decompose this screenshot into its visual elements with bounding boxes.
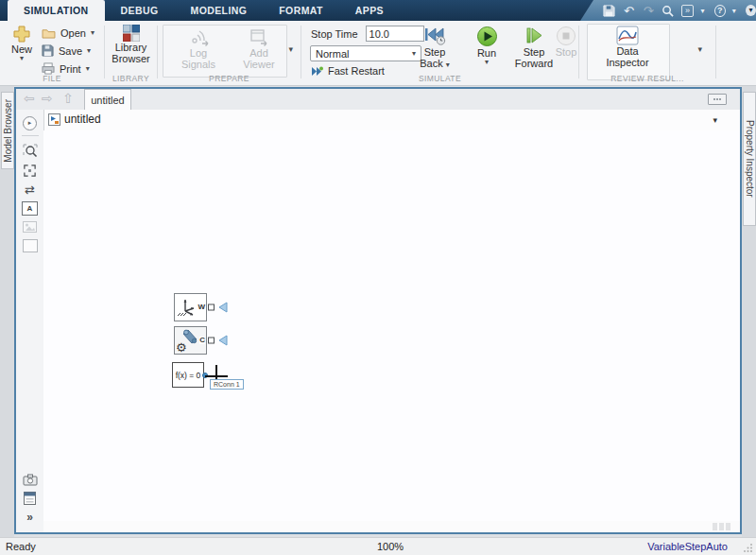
tab-debug[interactable]: DEBUG [105, 0, 175, 21]
area-box-icon [23, 239, 38, 252]
tab-apps[interactable]: APPS [339, 0, 400, 21]
group-divider [715, 26, 716, 78]
run-dropdown-icon[interactable]: ▾ [485, 59, 489, 66]
step-back-button[interactable]: Step Back ▾ [413, 26, 456, 69]
data-inspector-button[interactable]: Data Inspector [598, 26, 657, 68]
undo-icon[interactable]: ↶ [623, 4, 636, 18]
sim-mode-value: Normal [316, 48, 349, 60]
step-back-label: Step Back ▾ [415, 46, 455, 69]
sim-mode-select[interactable]: Normal ▾ [310, 45, 421, 61]
search-icon[interactable] [662, 4, 675, 18]
log-signals-label: Log Signals [177, 47, 220, 70]
breadcrumb-label: untitled [64, 113, 101, 126]
tab-simulation[interactable]: SIMULATION [8, 0, 105, 21]
log-signals-button[interactable]: Log Signals [175, 28, 222, 70]
new-button[interactable]: New ▾ [6, 25, 38, 62]
data-inspector-icon [616, 26, 639, 45]
open-dropdown-icon[interactable]: ▾ [91, 29, 94, 37]
nav-up-icon[interactable]: ⇧ [62, 91, 74, 106]
breadcrumb-bar: untitled ▾ [43, 110, 740, 131]
model-canvas[interactable]: W ⚙ C [43, 130, 740, 521]
scrollbar-grip[interactable] [713, 523, 730, 530]
open-label: Open [60, 27, 86, 39]
gear-icon: ⚙ [176, 341, 187, 354]
palette-divider [22, 135, 39, 136]
area-box-button[interactable] [21, 236, 40, 255]
data-inspector-label: Data Inspector [600, 45, 655, 68]
annotation-icon: A [22, 201, 38, 216]
zoom-icon [23, 144, 38, 159]
world-frame-block[interactable]: W [174, 293, 207, 321]
save-button[interactable]: Save ▾ [42, 42, 94, 60]
breadcrumb-dropdown-icon[interactable]: ▾ [713, 115, 717, 125]
add-viewer-button[interactable]: Add Viewer [235, 28, 283, 70]
save-dropdown-icon[interactable]: ▾ [87, 47, 91, 55]
step-forward-button[interactable]: Step Forward [511, 26, 557, 69]
step-forward-label: Step Forward [512, 46, 556, 69]
tab-modeling[interactable]: MODELING [174, 0, 263, 21]
open-button[interactable]: Open ▾ [42, 24, 94, 42]
group-label-file: FILE [0, 74, 104, 83]
save-icon[interactable] [603, 4, 616, 18]
zoom-tool-button[interactable] [21, 142, 40, 161]
property-inspector-tab[interactable]: Property Inspector [743, 92, 756, 226]
tab-format[interactable]: FORMAT [263, 0, 339, 21]
solver-configuration-block[interactable]: f(x) = 0 [172, 362, 204, 388]
nav-forward-icon[interactable]: ⇨ [42, 91, 53, 106]
mechanism-configuration-block[interactable]: ⚙ C [174, 326, 207, 355]
nav-back-icon[interactable]: ⇦ [24, 91, 35, 106]
step-back-dropdown-icon[interactable]: ▾ [446, 61, 450, 69]
viewmark-button[interactable] [21, 489, 40, 508]
solver-indicator[interactable]: VariableStepAuto [647, 541, 728, 552]
screenshot-button[interactable] [21, 470, 40, 489]
group-simulate: Stop Time Normal ▾ Fast Restart [301, 21, 578, 85]
folder-icon [42, 27, 56, 39]
group-file: New ▾ Open ▾ Save ▾ Print ▾ [0, 21, 104, 85]
prepare-dropdown-icon[interactable]: ▾ [288, 45, 293, 53]
run-button[interactable]: Run ▾ [468, 26, 506, 66]
help-icon[interactable]: ? [714, 5, 726, 17]
print-dropdown-icon[interactable]: ▾ [86, 65, 90, 73]
world-port-badge-icon[interactable] [217, 302, 229, 314]
mechanism-port[interactable] [208, 338, 215, 344]
zoom-level: 100% [377, 541, 404, 552]
quick-access-toolbar: ↶ ↷ » ▾ ? ▾ ▾ [580, 0, 756, 21]
ribbon-tabs: SIMULATION DEBUG MODELING FORMAT APPS [8, 0, 400, 21]
save-label: Save [59, 45, 82, 57]
world-port[interactable] [208, 304, 215, 311]
show-browser-icon: ▸ [23, 116, 37, 130]
floppy-icon [42, 44, 54, 57]
model-browser-label: Model Browser [3, 99, 13, 163]
stop-label: Stop [556, 46, 577, 58]
group-review-results: Data Inspector ▾ REVIEW RESUL... [579, 21, 715, 85]
review-dropdown-icon[interactable]: ▾ [697, 45, 702, 53]
fit-to-view-button[interactable] [21, 161, 40, 180]
pop-out-dropdown-icon[interactable]: ▾ [700, 7, 707, 15]
group-library: Library Browser LIBRARY [105, 21, 157, 85]
editor-container: ⇦ ⇨ ⇧ untitled untitled ▾ [14, 87, 742, 534]
image-annotation-button[interactable] [21, 217, 40, 236]
annotation-button[interactable]: A [21, 199, 40, 217]
minimize-ribbon-icon[interactable]: ▾ [746, 5, 756, 16]
route-signals-icon[interactable]: ⇄ [21, 180, 40, 199]
new-dropdown-icon[interactable]: ▾ [20, 55, 24, 62]
document-tab-bar: ⇦ ⇨ ⇧ untitled [16, 89, 740, 111]
image-icon [23, 221, 37, 233]
expand-palette-icon[interactable]: » [21, 508, 40, 527]
mechanism-port-badge-icon[interactable] [217, 335, 229, 347]
help-dropdown-icon[interactable]: ▾ [732, 7, 739, 15]
stop-button[interactable]: Stop [551, 26, 581, 58]
breadcrumb[interactable]: untitled [48, 113, 101, 126]
right-dock-strip: Property Inspector [742, 86, 756, 537]
library-browser-button[interactable]: Library Browser [107, 25, 155, 64]
viewmarks-icon[interactable] [708, 94, 727, 105]
canvas-bottom-strip [43, 521, 740, 532]
redo-icon[interactable]: ↷ [642, 4, 655, 18]
show-browser-button[interactable]: ▸ [21, 113, 40, 132]
document-tab-untitled[interactable]: untitled [84, 89, 131, 110]
model-browser-tab[interactable]: Model Browser [1, 92, 14, 169]
ribbon-tab-bar: SIMULATION DEBUG MODELING FORMAT APPS ↶ … [0, 0, 756, 21]
library-browser-icon [123, 25, 140, 42]
resize-grip-icon[interactable] [743, 543, 753, 553]
pop-out-icon[interactable]: » [681, 5, 695, 17]
